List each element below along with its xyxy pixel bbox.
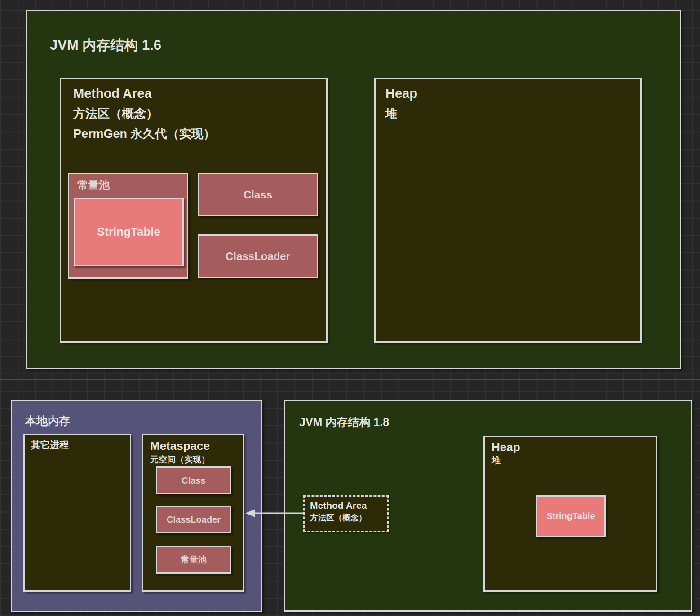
jvm16-constant-pool[interactable]: 常量池 StringTable: [68, 173, 188, 279]
jvm18-method-area-cn: 方法区（概念）: [310, 512, 367, 524]
other-process-label: 其它进程: [31, 439, 69, 451]
heap16-name: Heap: [385, 84, 417, 104]
native-memory-title: 本地内存: [25, 414, 70, 428]
method-area-to-metaspace-arrow[interactable]: [244, 506, 306, 520]
metaspace-classloader-box[interactable]: ClassLoader: [156, 506, 231, 533]
metaspace-class-label: Class: [182, 475, 205, 486]
jvm18-stringtable[interactable]: StringTable: [536, 495, 606, 537]
method-area-cn: 方法区（概念）: [73, 104, 216, 124]
method-area-name: Method Area: [73, 84, 216, 104]
arrowhead-left-icon: [245, 509, 255, 517]
heap16-cn: 堆: [385, 104, 417, 124]
metaspace-box[interactable]: Metaspace 元空间（实现） Class ClassLoader 常量池: [142, 434, 244, 592]
jvm18-heap[interactable]: Heap 堆 StringTable: [483, 436, 657, 592]
diagram-canvas[interactable]: JVM 内存结构 1.6 Method Area 方法区（概念） PermGen…: [0, 0, 700, 616]
metaspace-cn: 元空间（实现）: [150, 453, 210, 466]
stringtable-label: StringTable: [97, 225, 160, 239]
metaspace-constant-pool-label: 常量池: [181, 554, 207, 566]
metaspace-constant-pool-box[interactable]: 常量池: [156, 546, 231, 574]
jvm18-title: JVM 内存结构 1.8: [299, 415, 389, 430]
jvm18-stringtable-label: StringTable: [546, 511, 595, 521]
native-memory-container[interactable]: 本地内存 其它进程 Metaspace 元空间（实现） Class ClassL…: [11, 400, 262, 612]
classloader-label: ClassLoader: [226, 250, 290, 263]
jvm18-method-area-dashed[interactable]: Method Area 方法区（概念）: [303, 495, 389, 532]
jvm16-stringtable[interactable]: StringTable: [74, 198, 184, 266]
jvm16-container[interactable]: JVM 内存结构 1.6 Method Area 方法区（概念） PermGen…: [26, 10, 681, 369]
constant-pool-label: 常量池: [77, 178, 110, 192]
metaspace-classloader-label: ClassLoader: [167, 515, 221, 525]
metaspace-name: Metaspace: [150, 439, 210, 453]
jvm16-title: JVM 内存结构 1.6: [50, 36, 161, 55]
method-area-permgen: PermGen 永久代（实现）: [73, 124, 216, 144]
jvm16-heap[interactable]: Heap 堆: [374, 78, 642, 343]
jvm18-container[interactable]: JVM 内存结构 1.8 Method Area 方法区（概念） Heap 堆 …: [284, 400, 692, 612]
jvm16-class-box[interactable]: Class: [198, 173, 318, 216]
metaspace-class-box[interactable]: Class: [156, 466, 231, 494]
jvm18-method-area-name: Method Area: [310, 499, 367, 512]
heap18-cn: 堆: [492, 454, 520, 466]
page-divider: [0, 379, 700, 380]
heap18-name: Heap: [492, 440, 520, 454]
jvm16-classloader-box[interactable]: ClassLoader: [198, 234, 318, 278]
jvm16-method-area[interactable]: Method Area 方法区（概念） PermGen 永久代（实现） 常量池 …: [60, 78, 328, 343]
class-label: Class: [244, 189, 272, 201]
other-process-box[interactable]: 其它进程: [23, 434, 131, 592]
